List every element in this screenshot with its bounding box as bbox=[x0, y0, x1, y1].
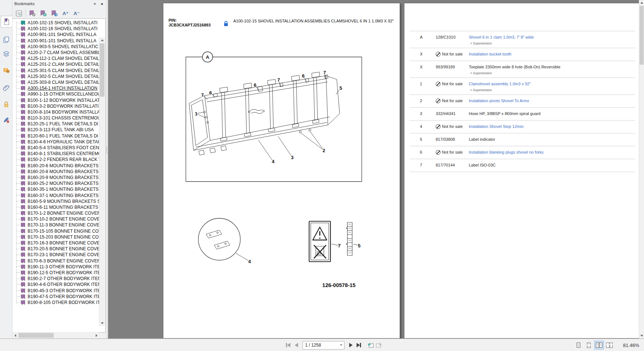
bookmark-item[interactable]: B160-25-2 MOUNTING BRACKETS C bbox=[13, 180, 99, 186]
part-description-link[interactable]: Installation pivots Shovel To Arms bbox=[469, 98, 635, 103]
page-number-value[interactable]: 1 / 1258 bbox=[303, 343, 338, 348]
single-page-view-button[interactable] bbox=[574, 341, 583, 350]
bookmark-item[interactable]: B100-3-2 BODYWORK INSTALLATI bbox=[13, 103, 99, 109]
scroll-up-button[interactable] bbox=[639, 0, 644, 6]
supersession-toggle[interactable]: < Supersession bbox=[470, 71, 635, 75]
delete-bookmark-button[interactable] bbox=[28, 9, 37, 17]
bookmark-item[interactable]: B160-6-11 MOUNTING BRACKETS I bbox=[13, 204, 99, 210]
supersession-toggle[interactable]: < Supersession bbox=[470, 42, 635, 45]
part-description-link[interactable]: Shovel 6 in 1 clam 1.0m3, 7' 8" wide bbox=[469, 35, 635, 40]
previous-view-button[interactable] bbox=[367, 341, 375, 350]
expand-options-button[interactable] bbox=[14, 9, 23, 17]
bookmark-item[interactable]: A100-901-101 SHOVEL INSTALLA bbox=[13, 38, 99, 44]
scrollbar-thumb[interactable] bbox=[640, 6, 644, 65]
bookmark-item[interactable]: B170-23-1 BONNET ENGINE COVER bbox=[13, 252, 99, 258]
scrollbar-thumb[interactable] bbox=[18, 333, 54, 338]
page-number-input[interactable]: 1 / 1258 bbox=[302, 341, 344, 350]
bookmark-item[interactable]: A120-2-7 CLAM SHOVEL ASSEMBL bbox=[13, 50, 99, 55]
continuous-facing-view-button[interactable] bbox=[605, 341, 614, 350]
bookmark-item[interactable]: B140-8-1 STABILISERS CENTREMO bbox=[13, 151, 99, 157]
bookmarks-vertical-scrollbar[interactable] bbox=[99, 37, 105, 326]
bookmark-item[interactable]: B160-20-6 MOUNTING BRACKETS I bbox=[13, 163, 99, 169]
bookmark-item[interactable]: B160-37-1 MOUNTING BRACKETS I bbox=[13, 192, 99, 198]
bookmark-item[interactable]: B170-10-2 BONNET ENGINE COVER bbox=[13, 216, 99, 222]
bookmark-item[interactable]: A125-302-5 CLAM SHOVEL DETAIL bbox=[13, 74, 99, 79]
bookmarks-horizontal-scrollbar[interactable] bbox=[13, 332, 99, 338]
panel-resize-divider[interactable] bbox=[106, 0, 108, 339]
bookmark-item[interactable]: B170-11-3 BONNET ENGINE COVER bbox=[13, 222, 99, 228]
decrease-text-size-button[interactable]: A⁻ bbox=[72, 9, 81, 17]
part-description-link[interactable]: Clamshovel assembly 1.0m3 x 92" bbox=[469, 81, 635, 86]
bookmark-item[interactable]: A125-201-2 CLAM SHOVEL DETAIL bbox=[13, 61, 99, 67]
bookmark-item[interactable]: B160-35-1 MOUNTING BRACKETS I bbox=[13, 186, 99, 192]
bookmark-item[interactable]: B110-3-101 CHASSIS CENTREMOU bbox=[13, 115, 99, 121]
dock-panel-button[interactable]: ◂ bbox=[100, 1, 103, 7]
continuous-view-button[interactable] bbox=[584, 341, 594, 350]
bookmark-item[interactable]: B100-1-12 BODYWORK INSTALLAT bbox=[13, 97, 99, 103]
bookmark-item[interactable]: B150-2-2 FENDERS REAR BLACK TE bbox=[13, 157, 99, 162]
part-description-link[interactable]: Installation bucket tooth bbox=[469, 51, 635, 57]
last-page-button[interactable] bbox=[355, 341, 363, 350]
document-vertical-scrollbar[interactable] bbox=[639, 0, 644, 339]
bookmark-item[interactable]: B170-16-3 BONNET ENGINE COVER bbox=[13, 240, 99, 246]
bookmark-item[interactable]: A125-301-5 CLAM SHOVEL DETAIL bbox=[13, 68, 99, 74]
layers-panel-tab[interactable] bbox=[1, 49, 11, 60]
bookmark-item[interactable]: A300-154-1 HITCH INSTALLATION bbox=[13, 85, 99, 91]
svg-text:6: 6 bbox=[209, 90, 212, 96]
go-to-bookmark-button[interactable] bbox=[50, 9, 59, 17]
page-dropdown-button[interactable] bbox=[338, 341, 344, 349]
first-page-button[interactable] bbox=[284, 341, 292, 350]
security-panel-tab[interactable] bbox=[1, 99, 11, 110]
bookmark-item[interactable]: B130-4-6 HYDRAULIC TANK DETAI bbox=[13, 139, 99, 145]
bookmark-item[interactable]: B190-11-3 OTHER BODYWORK ITE bbox=[13, 264, 99, 270]
bookmark-item[interactable]: B170-20-5 BONNET ENGINE COVER bbox=[13, 246, 99, 252]
attachments-panel-tab[interactable] bbox=[1, 82, 11, 93]
bottom-toolbar: 1 / 1258 bbox=[0, 339, 644, 351]
add-bookmark-button[interactable] bbox=[39, 9, 48, 17]
comments-panel-tab[interactable] bbox=[1, 65, 11, 76]
bookmark-item[interactable]: A100-102-16 SHOVEL INSTALLATI bbox=[13, 26, 99, 32]
bookmark-item[interactable]: B160-20-8 MOUNTING BRACKETS I bbox=[13, 169, 99, 175]
scroll-down-button[interactable] bbox=[639, 333, 644, 339]
bookmark-item[interactable]: B120-25-1 FUEL TANK DETAILS DI bbox=[13, 121, 99, 127]
facing-view-button[interactable] bbox=[594, 341, 604, 350]
bookmark-item[interactable]: B120-60-1 FUEL TANK DETAILS DI bbox=[13, 133, 99, 139]
bookmark-item[interactable]: B160-5-9 MOUNTING BRACKETS ST bbox=[13, 198, 99, 204]
collapse-panel-button[interactable]: » bbox=[93, 1, 96, 7]
page-thumbnails-tab[interactable] bbox=[1, 34, 11, 45]
bookmark-item[interactable]: A100-903-5 SHOVEL INSTALLATIC bbox=[13, 44, 99, 50]
scrollbar-thumb[interactable] bbox=[100, 43, 105, 97]
bookmark-item[interactable]: B120-3-113 FUEL TANK ABI USA bbox=[13, 127, 99, 133]
bookmark-item[interactable]: B190-2-7 OTHER BODYWORK ITEM bbox=[13, 276, 99, 282]
scroll-left-button[interactable] bbox=[13, 333, 18, 338]
bookmarks-panel-tab[interactable] bbox=[1, 16, 12, 28]
bookmark-item[interactable]: B170-15-105 BONNET ENGINE COV bbox=[13, 228, 99, 234]
next-view-button[interactable] bbox=[375, 341, 383, 350]
part-description-link[interactable]: Installation blanking plugs shovel no fo… bbox=[469, 150, 635, 155]
bookmark-item[interactable]: B190-47-5 OTHER BODYWORK ITE bbox=[13, 294, 99, 300]
previous-page-button[interactable] bbox=[292, 341, 300, 350]
part-description-link[interactable]: Installation Shovel Stop 12mm bbox=[469, 124, 635, 129]
bookmark-item[interactable]: A100-901-101 SHOVEL INSTALLA bbox=[13, 32, 99, 37]
next-page-button[interactable] bbox=[347, 341, 355, 350]
scroll-up-button[interactable] bbox=[99, 37, 105, 43]
bookmark-item[interactable]: B190-4-6 OTHER BODYWORK ITEM bbox=[13, 282, 99, 287]
increase-text-size-button[interactable]: A⁺ bbox=[61, 9, 70, 17]
bookmark-item[interactable]: B190-12-5 OTHER BODYWORK ITE bbox=[13, 270, 99, 276]
bookmark-item[interactable]: B190-8-105 OTHER BODYWORK IT bbox=[13, 300, 99, 305]
signatures-panel-tab[interactable] bbox=[1, 114, 11, 125]
bookmark-item[interactable]: A990-1-15 OTHER MISCELLANEOU bbox=[13, 91, 99, 97]
bookmark-item[interactable]: A100-102-15 SHOVEL INSTALLATI bbox=[13, 20, 99, 26]
bookmark-item[interactable]: B170-15-203 BONNET ENGINE CO bbox=[13, 234, 99, 240]
bookmark-item[interactable]: B160-20-9 MOUNTING BRACKETS I bbox=[13, 175, 99, 180]
bookmark-item[interactable]: A125-303-8 CLAM SHOVEL DETAIL bbox=[13, 79, 99, 85]
bookmark-item[interactable]: B100-8-104 BODYWORK INSTALLA bbox=[13, 109, 99, 115]
bookmark-item[interactable]: A125-112-1 CLAM SHOVEL DETAIL bbox=[13, 55, 99, 61]
bookmark-item[interactable]: B170-6-3 BONNET ENGINE COVERS bbox=[13, 258, 99, 264]
bookmark-item[interactable]: B170-1-2 BONNET ENGINE COVERS bbox=[13, 210, 99, 216]
scroll-down-button[interactable] bbox=[99, 320, 105, 326]
supersession-toggle[interactable]: < Supersession bbox=[470, 88, 635, 92]
scroll-right-button[interactable] bbox=[94, 333, 99, 338]
bookmark-item[interactable]: B190-45-3 OTHER BODYWORK ITE bbox=[13, 287, 99, 293]
bookmark-item[interactable]: B140-5-4 STABILISERS FOOT CEN bbox=[13, 145, 99, 151]
